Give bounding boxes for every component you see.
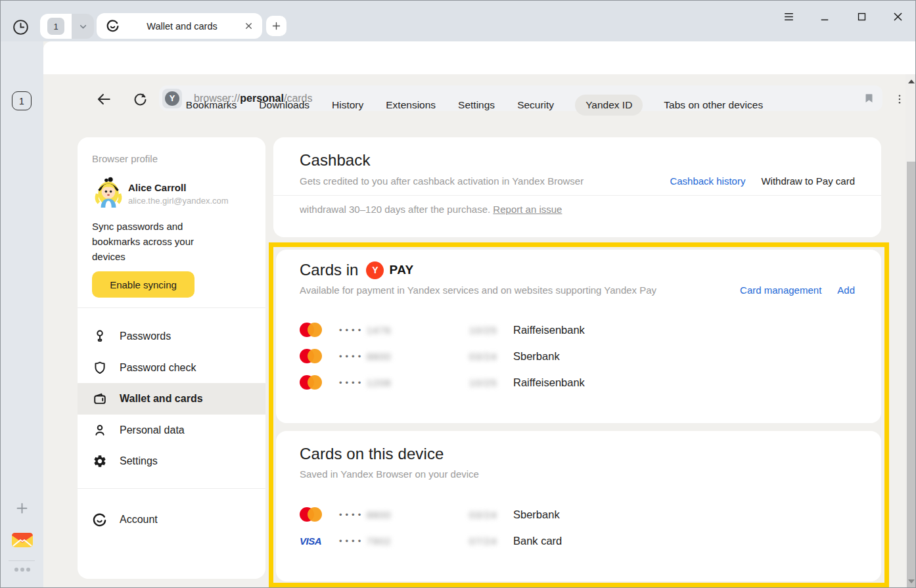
rail-more-button[interactable] [1, 567, 43, 572]
sidebar-item-password-check[interactable]: Password check [78, 352, 265, 384]
enable-syncing-button[interactable]: Enable syncing [92, 271, 195, 298]
scroll-down-arrow[interactable] [905, 576, 916, 587]
card-bank-name: Bank card [513, 531, 562, 550]
minimize-icon [819, 11, 831, 22]
person-icon [92, 423, 107, 438]
sidebar-item-passwords[interactable]: Passwords [78, 321, 265, 352]
card-management-link[interactable]: Card management [740, 284, 821, 296]
new-tab-button[interactable] [266, 16, 286, 36]
card-expiry-blurred: 03/24 [469, 347, 497, 365]
close-window-button[interactable] [890, 9, 905, 24]
sidebar-item-personal-data[interactable]: Personal data [78, 415, 265, 446]
history-clock-icon[interactable] [12, 18, 30, 36]
scroll-up-arrow[interactable] [905, 76, 916, 87]
tab-group-count: 1 [47, 18, 64, 35]
scrollbar[interactable] [905, 74, 916, 588]
card-row[interactable]: •••• 1208 10/25 Raiffeisenbank [300, 373, 865, 392]
tab-close-icon[interactable] [244, 22, 253, 30]
report-an-issue-link[interactable]: Report an issue [493, 204, 562, 215]
sidebar-item-settings[interactable]: Settings [78, 445, 265, 477]
tab-group-expand[interactable] [72, 14, 94, 39]
sidebar-item-label: Passwords [120, 330, 171, 342]
withdraw-to-pay-card-link[interactable]: Withdraw to Pay card [761, 175, 855, 187]
yandex-ring-icon [92, 512, 107, 528]
nav-history[interactable]: History [331, 95, 365, 116]
avatar [92, 174, 125, 208]
ypay-cards-card: Cards in Y PAY Available for payment in … [276, 250, 881, 423]
masked-dots: •••• [339, 347, 364, 365]
ypay-logo-text: PAY [389, 263, 413, 277]
nav-tabs-other-devices[interactable]: Tabs on other devices [662, 95, 764, 116]
mastercard-icon [300, 323, 322, 337]
settings-nav: Bookmarks Downloads History Extensions S… [43, 93, 905, 118]
card-expiry-blurred: 10/25 [469, 321, 497, 339]
scrollbar-thumb[interactable] [907, 162, 915, 588]
sidebar-item-label: Password check [120, 362, 196, 374]
card-row[interactable]: •••• 1476 10/25 Raiffeisenbank [300, 321, 865, 339]
sidebar-item-label: Personal data [120, 424, 185, 436]
chevron-down-icon [79, 22, 87, 31]
rail-tab-counter[interactable]: 1 [12, 91, 32, 110]
visa-icon: VISA [300, 535, 321, 547]
nav-yandex-id[interactable]: Yandex ID [575, 95, 643, 116]
add-card-link[interactable]: Add [837, 284, 855, 296]
close-icon [892, 11, 904, 23]
card-expiry-blurred: 10/25 [469, 373, 497, 392]
sidebar-item-label: Settings [120, 455, 158, 467]
rail-divider [9, 560, 35, 561]
minimize-button[interactable] [817, 9, 833, 24]
key-icon [92, 329, 107, 344]
masked-dots: •••• [339, 505, 364, 524]
card-last4-blurred: 1208 [367, 373, 391, 392]
ypay-title-text: Cards in [300, 261, 358, 279]
card-bank-name: Raiffeisenbank [513, 321, 585, 339]
cashback-note: withdrawal 30–120 days after the purchas… [300, 204, 562, 215]
device-cards-subtitle: Saved in Yandex Browser on your device [300, 468, 479, 480]
yandex-pay-logo-icon: Y [366, 261, 384, 279]
card-last4-blurred: 8800 [367, 347, 391, 365]
active-tab[interactable]: Wallet and cards [97, 13, 262, 39]
card-row[interactable]: •••• 8800 03/24 Sberbank [300, 505, 865, 524]
nav-downloads[interactable]: Downloads [258, 95, 311, 116]
browser-window: 1 Wallet and cards [0, 0, 916, 588]
tab-favicon-yandex-ring-icon [106, 19, 120, 33]
cashback-divider [273, 195, 881, 196]
browser-profile-label: Browser profile [92, 153, 158, 164]
cashback-history-link[interactable]: Cashback history [670, 175, 745, 187]
profile-name: Alice Carroll [128, 182, 186, 193]
plus-icon [271, 21, 281, 31]
mastercard-icon [300, 507, 322, 522]
sidebar-item-label: Wallet and cards [120, 393, 203, 405]
cashback-title: Cashback [300, 151, 371, 170]
sidebar-item-account[interactable]: Account [78, 504, 265, 535]
card-bank-name: Raiffeisenbank [513, 373, 585, 392]
gear-icon [92, 454, 107, 469]
card-last4-blurred: 1476 [367, 321, 391, 339]
tab-group[interactable]: 1 [40, 14, 94, 39]
tab-strip: 1 Wallet and cards [1, 1, 916, 41]
yandex-mail-icon [11, 530, 34, 549]
maximize-button[interactable] [854, 9, 869, 24]
nav-security[interactable]: Security [516, 95, 555, 116]
side-rail: 1 [1, 41, 43, 588]
sidebar-item-wallet-and-cards[interactable]: Wallet and cards [78, 383, 265, 415]
nav-bookmarks[interactable]: Bookmarks [185, 95, 239, 116]
ypay-subtitle: Available for payment in Yandex services… [300, 284, 656, 296]
sidebar-divider [78, 488, 265, 489]
nav-extensions[interactable]: Extensions [384, 95, 437, 116]
wallet-icon [92, 392, 107, 407]
rail-add-button[interactable] [1, 501, 43, 515]
card-row[interactable]: •••• 8800 03/24 Sberbank [300, 347, 865, 365]
sidebar-divider [78, 307, 265, 308]
mastercard-icon [300, 349, 322, 363]
plus-icon [15, 501, 29, 515]
rail-mail-button[interactable] [1, 530, 43, 549]
hamburger-icon [783, 11, 795, 23]
card-last4-blurred: 8800 [367, 505, 391, 524]
toolbar: Y browser://personal/cards [43, 41, 916, 74]
nav-settings[interactable]: Settings [457, 95, 496, 116]
card-row[interactable]: VISA •••• 7902 07/24 Bank card [300, 531, 865, 550]
browser-menu-button[interactable] [781, 9, 796, 24]
device-cards-card: Cards on this device Saved in Yandex Bro… [276, 431, 881, 581]
card-expiry-blurred: 03/24 [469, 505, 497, 524]
